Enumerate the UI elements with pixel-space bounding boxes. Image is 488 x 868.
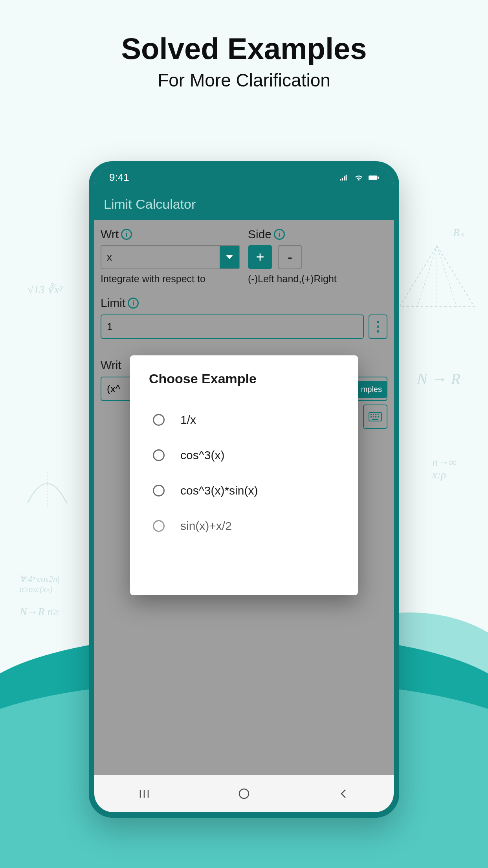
option-label: sin(x)+x/2 — [180, 519, 232, 533]
doodle-math: n→∞x:ρ — [432, 456, 457, 481]
equation-label: Writ — [101, 359, 121, 372]
radio-icon — [153, 449, 165, 461]
doodle-math: ∀|4ⁿ·cos2n|n≥n₀:(xₙ) — [20, 574, 60, 594]
dialog-title: Choose Example — [149, 371, 339, 386]
status-time: 9:41 — [109, 171, 129, 184]
keyboard-button[interactable] — [363, 405, 387, 429]
side-label: Side — [248, 228, 272, 241]
doodle-triangle — [398, 244, 476, 313]
example-option[interactable]: 1/x — [149, 402, 339, 438]
signal-icon — [339, 173, 349, 182]
svg-rect-9 — [373, 416, 374, 417]
choose-example-dialog: Choose Example 1/x cos^3(x) cos^3(x)*sin… — [130, 355, 358, 595]
app-header: Limit Calculator — [94, 188, 394, 220]
example-option[interactable]: cos^3(x)*sin(x) — [149, 473, 339, 508]
svg-rect-1 — [369, 175, 377, 180]
svg-rect-8 — [371, 416, 372, 417]
option-label: cos^3(x) — [180, 449, 224, 462]
option-label: cos^3(x)*sin(x) — [180, 484, 258, 497]
svg-rect-7 — [378, 414, 379, 415]
svg-rect-10 — [375, 416, 376, 417]
back-icon[interactable] — [337, 787, 351, 801]
example-option[interactable]: sin(x)+x/2 — [149, 508, 339, 544]
doodle-math: N→R n≥ — [20, 605, 59, 618]
wrt-help: Integrate with respect to — [101, 273, 240, 285]
svg-rect-11 — [378, 416, 379, 417]
examples-button[interactable]: mples — [356, 381, 387, 398]
side-minus-button[interactable]: - — [278, 245, 302, 269]
radio-icon — [153, 485, 165, 497]
chevron-down-icon — [226, 254, 233, 261]
svg-rect-4 — [371, 414, 372, 415]
wrt-label: Wrt — [101, 228, 119, 241]
info-icon[interactable]: i — [128, 298, 139, 309]
svg-point-16 — [239, 789, 249, 798]
info-icon[interactable]: i — [121, 229, 132, 240]
svg-rect-12 — [372, 419, 378, 420]
keyboard-icon — [369, 412, 382, 421]
android-navbar — [94, 775, 394, 812]
side-help: (-)Left hand,(+)Right — [248, 273, 387, 285]
limit-menu-button[interactable] — [369, 314, 387, 339]
svg-rect-5 — [373, 414, 374, 415]
svg-rect-2 — [378, 177, 379, 179]
app-title: Limit Calculator — [104, 197, 196, 212]
doodle-math — [24, 472, 71, 514]
limit-label: Limit — [101, 296, 125, 310]
side-plus-button[interactable]: + — [248, 245, 272, 269]
svg-rect-6 — [375, 414, 376, 415]
page-subtitle: For More Clarification — [0, 70, 488, 91]
limit-input[interactable]: 1 — [101, 314, 364, 339]
phone-frame: 9:41 Limit Calculator Wrt i — [89, 161, 399, 818]
radio-icon — [153, 520, 165, 532]
option-label: 1/x — [180, 413, 196, 427]
example-option[interactable]: cos^3(x) — [149, 438, 339, 473]
wrt-value: x — [101, 246, 220, 268]
doodle-math: N → R — [417, 370, 460, 388]
battery-icon — [369, 173, 379, 182]
wrt-dropdown[interactable]: x — [101, 245, 240, 269]
dropdown-arrow-button[interactable] — [220, 246, 239, 268]
radio-icon — [153, 414, 165, 426]
recent-apps-icon[interactable] — [137, 787, 151, 801]
home-icon[interactable] — [237, 787, 251, 801]
wifi-icon — [354, 173, 364, 182]
doodle-math: Bₓ — [453, 226, 464, 239]
doodle-math: √13 ∛x² — [28, 283, 62, 296]
page-title: Solved Examples — [0, 31, 488, 66]
status-bar: 9:41 — [94, 167, 394, 188]
info-icon[interactable]: i — [274, 229, 285, 240]
